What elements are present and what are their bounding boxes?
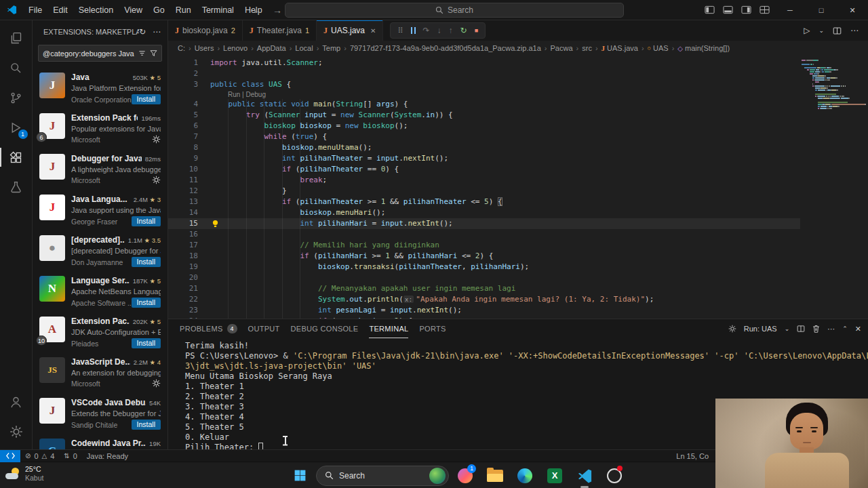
- command-center-search[interactable]: Search: [285, 3, 624, 18]
- edge-browser-icon[interactable]: [511, 462, 538, 488]
- code-line[interactable]: 19 bioskop.transaksi(pilihanTheater, pil…: [168, 262, 800, 272]
- account-icon[interactable]: [0, 387, 33, 417]
- extension-item[interactable]: JDebugger for Java82msA lightweight Java…: [33, 148, 167, 189]
- panel-tab-terminal[interactable]: TERMINAL: [369, 319, 408, 338]
- menu-terminal[interactable]: Terminal: [197, 0, 239, 20]
- code-line[interactable]: 14 bioskop.menuHari();: [168, 207, 800, 218]
- run-dropdown-icon[interactable]: ⌄: [818, 27, 824, 34]
- toggle-panel-icon[interactable]: [723, 5, 733, 14]
- code-line[interactable]: 16: [168, 229, 800, 240]
- breadcrumb-item[interactable]: 79717d27-f173-4a9a-9eb0-add3f0d5da1a_Pac…: [350, 44, 541, 52]
- extension-item[interactable]: NLanguage Ser...187K ★ 5Apache NetBeans …: [33, 270, 167, 311]
- extension-item[interactable]: JSJavaScript De...2.2M ★ 4An extension f…: [33, 352, 167, 392]
- extension-item[interactable]: CCodewind Java Pr...19KCode Highlighting…: [33, 433, 167, 449]
- minimap[interactable]: [800, 56, 868, 319]
- extension-item[interactable]: JJava Langua...2.4M ★ 3Java support usin…: [33, 189, 167, 230]
- breadcrumb-item[interactable]: ○UAS: [648, 44, 669, 52]
- explorer-icon[interactable]: [0, 23, 33, 53]
- panel-tab-output[interactable]: OUTPUT: [248, 319, 280, 338]
- install-button[interactable]: Install: [132, 298, 161, 308]
- customize-layout-icon[interactable]: [760, 5, 770, 14]
- breadcrumb-item[interactable]: C:: [178, 44, 185, 52]
- run-java-button[interactable]: ▷: [804, 26, 810, 35]
- install-button[interactable]: Install: [132, 257, 161, 267]
- step-out-button[interactable]: ↑: [449, 26, 453, 35]
- tab-theater.java[interactable]: JTheater.java1: [243, 20, 317, 41]
- split-editor-icon[interactable]: [833, 26, 842, 35]
- breadcrumb-item[interactable]: Pacwa: [551, 44, 573, 52]
- maximize-button[interactable]: □: [806, 0, 837, 20]
- pause-button[interactable]: [411, 27, 416, 34]
- toggle-secondary-sidebar-icon[interactable]: [741, 5, 751, 14]
- cursor-position-status[interactable]: Ln 15, Co: [671, 452, 713, 460]
- tab-bioskop.java[interactable]: Jbioskop.java2: [168, 20, 243, 41]
- panel-tab-debug-console[interactable]: DEBUG CONSOLE: [291, 319, 359, 338]
- excel-icon[interactable]: X: [541, 462, 568, 488]
- code-line[interactable]: 1import java.util.Scanner;: [168, 58, 800, 68]
- menu-file[interactable]: File: [23, 0, 47, 20]
- panel-tab-problems[interactable]: PROBLEMS4: [180, 319, 237, 338]
- extensions-search-input[interactable]: @category:debuggers Java: [38, 45, 162, 62]
- terminal-instance-label[interactable]: Run: UAS: [744, 325, 777, 333]
- panel-more-actions-icon[interactable]: ⋯: [827, 325, 835, 333]
- step-over-button[interactable]: ↷: [423, 26, 430, 35]
- step-into-button[interactable]: ↓: [437, 26, 441, 35]
- search-highlight-image[interactable]: [429, 468, 446, 484]
- manage-gear-icon[interactable]: [152, 379, 161, 388]
- vscode-taskbar-icon[interactable]: [571, 462, 598, 488]
- source-control-icon[interactable]: [0, 83, 33, 113]
- menu-go[interactable]: Go: [148, 0, 170, 20]
- nav-back-icon[interactable]: ←: [252, 5, 262, 16]
- code-line[interactable]: 11 break;: [168, 175, 800, 186]
- code-line[interactable]: 24 if (pesanLagi == 2) {: [168, 316, 800, 319]
- minimize-button[interactable]: ─: [774, 0, 806, 20]
- close-tab-icon[interactable]: ✕: [370, 27, 376, 35]
- code-line[interactable]: 23 int pesanLagi = input.nextInt();: [168, 305, 800, 316]
- panel-tab-ports[interactable]: PORTS: [419, 319, 446, 338]
- kill-terminal-icon[interactable]: [812, 325, 820, 333]
- install-button[interactable]: Install: [132, 420, 161, 430]
- breadcrumb-item[interactable]: ◇main(String[]): [677, 44, 730, 52]
- menu-edit[interactable]: Edit: [47, 0, 73, 20]
- taskbar-search[interactable]: Search: [316, 466, 449, 486]
- start-button[interactable]: [286, 462, 313, 488]
- code-line[interactable]: 5 try (Scanner input = new Scanner(Syste…: [168, 110, 800, 121]
- code-line[interactable]: 18 if (pilihanHari >= 1 && pilihanHari <…: [168, 251, 800, 262]
- extension-item[interactable]: JVSCode Java Debu...54KExtends the Debug…: [33, 392, 167, 433]
- restart-button[interactable]: ↻: [460, 26, 467, 35]
- settings-gear-icon[interactable]: [0, 417, 33, 447]
- filter-lines-icon[interactable]: [138, 49, 146, 57]
- toolbar-drag-grip[interactable]: ⠿: [397, 26, 403, 35]
- code-line[interactable]: 6 bioskop bioskop = new bioskop();: [168, 121, 800, 131]
- extensions-icon[interactable]: [0, 142, 33, 172]
- problems-status[interactable]: ⊘ 0 △ 4: [20, 452, 59, 460]
- install-button[interactable]: Install: [132, 216, 161, 226]
- extension-item[interactable]: ●[deprecated]...1.1M ★ 3.5[deprecated] D…: [33, 230, 167, 270]
- codelens-run-debug[interactable]: Run | Debug: [228, 90, 266, 99]
- install-button[interactable]: Install: [132, 338, 161, 348]
- tab-uas.java[interactable]: JUAS.java✕: [317, 20, 383, 41]
- breadcrumb-item[interactable]: Users: [195, 44, 214, 52]
- run-debug-icon[interactable]: 1: [0, 113, 33, 142]
- code-line[interactable]: 4 public static void main(String[] args)…: [168, 99, 800, 110]
- breadcrumb-item[interactable]: Lenovo: [223, 44, 248, 52]
- ports-status[interactable]: ⇅ 0: [59, 452, 82, 460]
- code-editor[interactable]: 1import java.util.Scanner;23public class…: [168, 56, 868, 319]
- code-line[interactable]: 21 // Menanyakan apakah user ingin memes…: [168, 283, 800, 294]
- search-sidebar-icon[interactable]: [0, 53, 33, 83]
- funnel-filter-icon[interactable]: [150, 49, 157, 57]
- refresh-icon[interactable]: ↻: [139, 27, 146, 37]
- breadcrumb-item[interactable]: AppData: [257, 44, 286, 52]
- terminal-dropdown-icon[interactable]: ⌄: [785, 325, 790, 332]
- file-explorer-icon[interactable]: [481, 462, 509, 488]
- extension-item[interactable]: J6Extension Pack fo...196msPopular exten…: [33, 108, 167, 148]
- stop-button[interactable]: ■: [475, 27, 478, 34]
- code-line[interactable]: 20: [168, 272, 800, 283]
- lightbulb-icon[interactable]: [212, 220, 219, 228]
- manage-gear-icon[interactable]: [152, 135, 161, 144]
- code-line[interactable]: 17 // Memilih hari yang diinginkan: [168, 240, 800, 251]
- code-line[interactable]: 13 if (pilihanTheater >= 1 && pilihanThe…: [168, 197, 800, 207]
- code-line[interactable]: 12 }: [168, 186, 800, 197]
- extension-item[interactable]: JJava503K ★ 5Java Platform Extension for…: [33, 67, 167, 108]
- code-line[interactable]: 8 bioskop.menuUtama();: [168, 142, 800, 153]
